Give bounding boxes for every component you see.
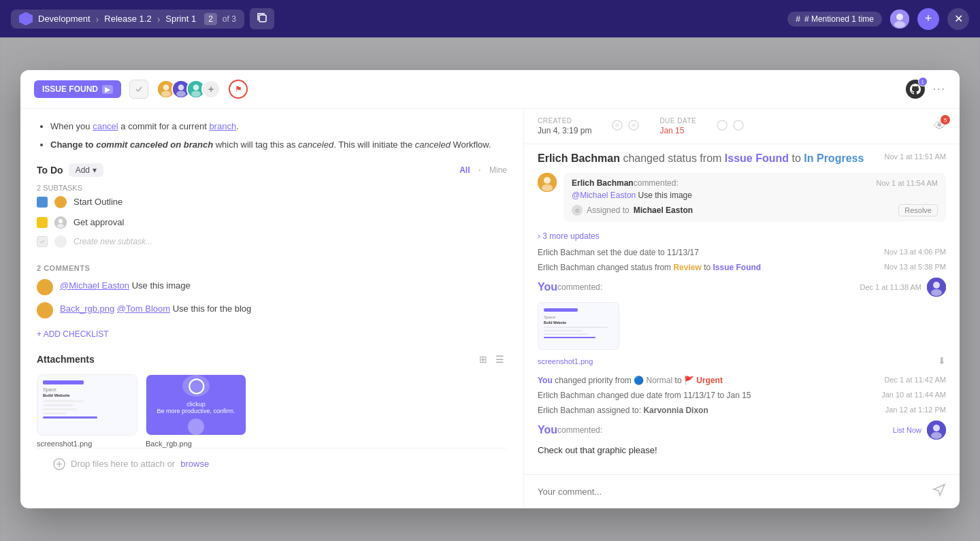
clickup-text: clickupBe more productive, confirm. [157,401,235,414]
attachment-2[interactable]: ◯ clickupBe more productive, confirm. Ba… [146,374,246,448]
comment-1-text: Use this image [132,280,191,291]
download-icon[interactable]: ⬇ [938,355,946,366]
due-edit-button[interactable] [717,120,728,133]
svg-point-14 [59,219,63,223]
add-checklist-button[interactable]: + ADD CHECKLIST [37,329,507,339]
created-edit-button[interactable] [612,120,623,133]
add-assignee-button[interactable]: + [201,80,220,99]
feed-screenshot-1[interactable]: Space Build Website [538,302,619,350]
created-label: CREATED [538,117,591,125]
subtask-2-checkbox[interactable] [37,217,48,228]
watchers-badge[interactable]: 👁 5 [934,119,946,133]
mentioned-badge[interactable]: # # Mentioned 1 time [787,12,882,27]
resolve-button[interactable]: Resolve [898,204,938,216]
activity-due-time-2: Jan 10 at 11:44 AM [881,391,946,400]
issue-status-button[interactable]: ISSUE FOUND ▶ [34,80,121,98]
svg-point-8 [178,84,184,91]
add-button[interactable]: + [917,8,939,30]
mentioned-label: # Mentioned 1 time [804,14,874,24]
description-text: When you cancel a commit for a current b… [37,120,507,152]
svg-point-2 [896,14,903,20]
copy-link-button[interactable] [250,8,274,29]
erlich-comment-header: Erlich Bachman commented: Nov 1 at 11:54… [572,178,938,188]
comment-2-file[interactable]: Back_rgb.png [60,304,114,314]
create-subtask-row[interactable]: Create new subtask... [37,233,507,250]
comment-2-body: Back_rgb.png @Tom Bloom Use this for the… [60,302,251,318]
preview-bar [43,380,84,384]
you-comment-1-time: Dec 1 at 11:38 AM [860,283,922,291]
user-avatar [890,10,909,29]
attachment-1[interactable]: Space Build Website [37,374,137,448]
you-comment-2: You commented: List Now [538,421,946,457]
github-notification-count: 1 [918,77,928,86]
svg-point-3 [894,21,905,28]
subtask-2[interactable]: Get approval [37,212,507,233]
filter-mine[interactable]: Mine [489,165,507,175]
more-updates-button[interactable]: › 3 more updates [538,231,946,241]
create-checkbox [37,236,48,247]
drop-zone[interactable]: Drop files here to attach or browse [37,448,507,480]
workspace-icon [19,12,33,26]
comment-1-author[interactable]: @Michael Easton [60,280,129,291]
comment-1-body: @Michael Easton Use this image [60,279,191,295]
breadcrumb[interactable]: Development › Release 1.2 › Sprint 1 2 o… [11,10,244,29]
comment-input[interactable] [538,487,926,497]
right-panel: CREATED Jun 4, 3:19 pm [524,109,960,508]
hash-icon: # [796,14,800,24]
subtask-2-label: Get approval [74,217,124,227]
close-nav-button[interactable]: ✕ [947,8,969,30]
drop-text: Drop files here to attach or [71,459,175,469]
you-avatar-1 [927,278,946,297]
browse-link[interactable]: browse [180,459,209,469]
subtask-1[interactable]: Start Outline [37,192,507,212]
svg-point-30 [933,425,940,431]
filter-all[interactable]: All [459,165,470,175]
priority-change-time: Dec 1 at 11:42 AM [885,376,947,385]
list-view-button[interactable]: ☰ [493,353,507,366]
branch-link[interactable]: branch [209,121,236,131]
svg-point-11 [193,84,199,91]
grid-view-button[interactable]: ⊞ [476,353,490,366]
svg-point-21 [717,120,727,130]
due-calendar-button[interactable] [733,120,744,133]
assignment-row: ⊙ Assigned to Michael Easton Resolve [572,204,938,216]
comment-input-area [524,474,960,508]
modal-header: ISSUE FOUND ▶ [20,70,960,109]
activity-due-date-2: Erlich Bachman changed due date from 11/… [538,391,946,400]
svg-point-15 [57,224,64,228]
cancel-link[interactable]: cancel [93,121,118,131]
activity-status-2: Erlich Bachman changed status from Revie… [538,263,946,272]
activity-due-date-1: Erlich Bachman set the due date to 11/13… [538,248,946,257]
release-name[interactable]: Release 1.2 [104,14,151,24]
watchers-count: 5 [941,115,950,125]
you-comment-2-text: Check out that graphic please! [538,444,946,457]
status-label: ISSUE FOUND [42,84,98,94]
subtask-2-avatar [54,216,67,229]
top-navigation: Development › Release 1.2 › Sprint 1 2 o… [0,0,980,37]
assignee-avatars[interactable]: + [157,80,220,99]
workspace-name[interactable]: Development [38,14,91,24]
list-now-link[interactable]: List Now [893,426,921,434]
svg-point-18 [615,123,619,127]
add-subtask-button[interactable]: Add ▾ [69,163,103,177]
svg-point-5 [163,84,169,91]
status-arrow: ▶ [102,85,113,94]
svg-point-24 [544,177,551,184]
feed-screenshot-1-name[interactable]: screenshot1.png [538,357,593,365]
created-icons [612,120,639,133]
more-options-button[interactable]: ··· [933,83,946,95]
activity-feed: Erlich Bachman changed status from Issue… [524,144,960,474]
github-button[interactable]: 1 [906,80,925,99]
complete-button[interactable] [129,80,148,99]
attachment-1-name: screenshot1.png [37,440,137,448]
comment-2-avatar [37,302,53,318]
created-options-button[interactable] [628,120,639,133]
sprint-name[interactable]: Sprint 1 [165,14,196,24]
comment-2-mention[interactable]: @Tom Bloom [117,304,170,314]
send-comment-button[interactable] [932,483,946,500]
priority-flag-urgent[interactable]: ⚑ [229,80,248,99]
subtask-1-checkbox[interactable] [37,197,48,208]
svg-point-25 [542,184,553,191]
create-subtask-label[interactable]: Create new subtask... [74,237,152,246]
attachments-header: Attachments ⊞ ☰ [37,353,507,366]
